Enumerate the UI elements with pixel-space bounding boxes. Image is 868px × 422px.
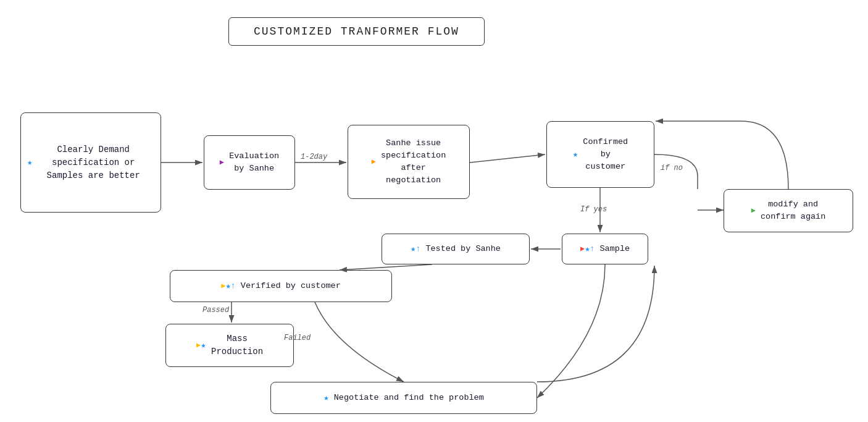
node-sample: ▶ ★ ↑ Sample — [562, 234, 648, 264]
negotiate-star-icon: ★ — [323, 392, 328, 405]
sample-tri-icon: ▶ — [580, 243, 585, 255]
tested-label: Tested by Sanhe — [425, 243, 501, 255]
node-sanhe-issue: ▶ Sanhe issuespecificationafternegotiati… — [348, 125, 470, 199]
label-if-no: if no — [661, 164, 683, 172]
confirmed-star-icon: ★ — [573, 148, 578, 161]
diagram-title: CUSTOMIZED TRANFORMER FLOW — [228, 17, 485, 46]
node-tested: ★ ↑ Tested by Sanhe — [382, 234, 530, 264]
node-demand: ★ Clearly Demand specification or Sample… — [20, 112, 161, 213]
sanhe-tri-icon: ▶ — [372, 156, 376, 167]
label-if-yes: If yes — [580, 205, 607, 214]
mass-label: MassProduction — [211, 332, 263, 358]
mass-tri-icon: ▶ — [196, 340, 201, 351]
sample-star-icon: ★ — [585, 243, 590, 256]
mass-star-icon: ★ — [201, 339, 206, 352]
node-mass-production: ▶ ★ MassProduction — [165, 324, 294, 367]
node-modify: ▶ modify andconfirm again — [724, 189, 853, 232]
label-days: 1-2day — [301, 153, 327, 161]
verified-star-icon: ★ — [225, 280, 230, 293]
eval-tri-icon: ▶ — [220, 157, 224, 168]
tested-star-icon: ★ — [411, 243, 415, 256]
demand-star-icon: ★ — [27, 156, 32, 169]
node-evaluation: ▶ Evaluationby Sanhe — [204, 135, 295, 190]
svg-line-3 — [470, 154, 545, 162]
label-passed: Passed — [202, 306, 229, 314]
sample-arrow-icon: ↑ — [590, 243, 595, 255]
confirmed-label: Confirmedbycustomer — [583, 136, 628, 174]
title-text: CUSTOMIZED TRANFORMER FLOW — [254, 25, 459, 38]
verified-label: Verified by customer — [241, 280, 341, 292]
diagram-container: CUSTOMIZED TRANFORMER FLOW ★ Clearly Dem… — [0, 0, 868, 422]
label-failed: Failed — [284, 334, 311, 342]
verified-tri-icon: ▶ — [221, 281, 225, 292]
modify-label: modify andconfirm again — [761, 198, 825, 224]
node-negotiate: ★ Negotiate and find the problem — [270, 382, 537, 414]
node-verified: ▶ ★ ↑ Verified by customer — [170, 270, 392, 302]
modify-tri-icon: ▶ — [751, 205, 756, 216]
eval-label: Evaluationby Sanhe — [229, 150, 279, 175]
tested-arrow-icon: ↑ — [415, 243, 420, 255]
sample-label: Sample — [599, 243, 630, 255]
sanhe-issue-label: Sanhe issuespecificationafternegotiation — [381, 137, 446, 187]
demand-label: Clearly Demand specification or Samples … — [32, 143, 154, 182]
negotiate-label: Negotiate and find the problem — [334, 392, 484, 404]
verified-arrow-icon: ↑ — [231, 280, 236, 292]
node-confirmed: ★ Confirmedbycustomer — [546, 121, 654, 188]
svg-line-7 — [340, 264, 432, 270]
